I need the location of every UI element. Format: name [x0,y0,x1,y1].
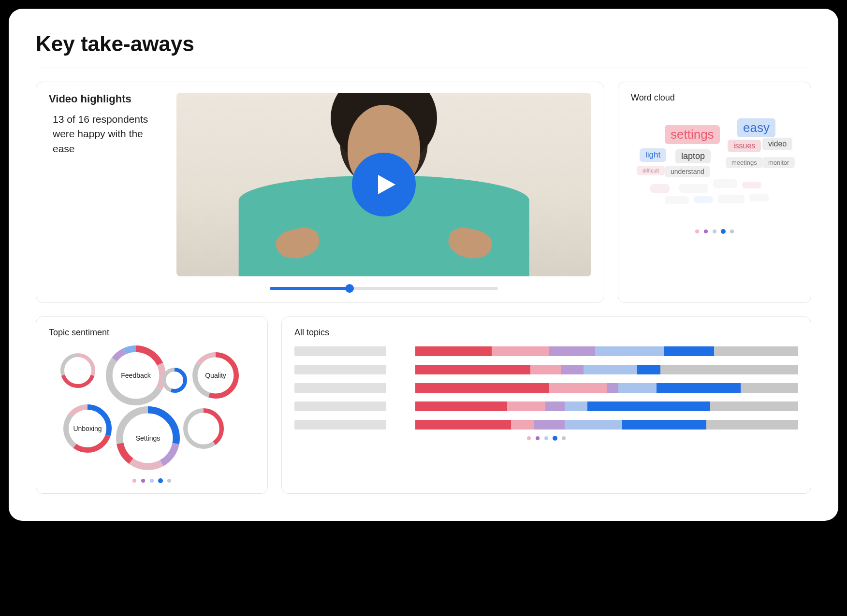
pager-dot[interactable] [553,436,557,441]
word-cloud-placeholder [694,196,713,203]
topic-row [294,365,798,374]
row-1: Video highlights 13 of 16 respondents we… [36,82,811,303]
sentiment-donut-label: Feedback [121,372,150,379]
word-cloud-placeholder [679,184,708,193]
word-cloud-tag[interactable]: understand [665,166,710,177]
topic-row [294,383,798,393]
word-cloud-area: settingseasylightlaptopissuesvideomeetin… [631,112,798,223]
word-cloud-tag[interactable]: laptop [675,149,711,163]
word-cloud-tag[interactable]: light [640,148,666,162]
all-topics-card: All topics [281,316,811,494]
word-cloud-tag[interactable]: easy [737,118,775,137]
topic-sentiment-card: Topic sentiment FeedbackQualityUnboxingS… [36,316,268,494]
pager-dot[interactable] [167,479,171,483]
word-cloud-card: Word cloud settingseasylightlaptopissues… [618,82,811,303]
word-cloud-tag[interactable]: issues [728,140,761,152]
word-cloud-title: Word cloud [631,93,798,103]
video-highlights-card: Video highlights 13 of 16 respondents we… [36,82,604,303]
pager-dot[interactable] [141,479,145,483]
topic-bar[interactable] [415,383,798,393]
play-button[interactable] [352,153,416,216]
video-area [176,93,591,292]
pager-dot[interactable] [150,479,154,483]
word-cloud-placeholder [665,196,689,204]
donut-area: FeedbackQualityUnboxingSettings [49,346,255,472]
word-cloud-tag[interactable]: settings [665,125,720,144]
pager-dot[interactable] [730,229,734,233]
topic-label-placeholder [294,401,386,411]
all-topics-title: All topics [294,328,798,338]
topic-bar[interactable] [415,401,798,411]
sentiment-donut-label: Settings [136,434,161,442]
word-cloud-tag[interactable]: difficult [637,166,665,175]
video-progress[interactable] [270,285,498,292]
topic-row [294,346,798,356]
word-cloud-tag[interactable]: monitor [762,157,795,168]
word-cloud-tag[interactable]: meetings [726,157,763,168]
word-cloud-placeholder [749,194,769,201]
pager-dot[interactable] [158,478,163,483]
video-highlights-summary: 13 of 16 respondents were happy with the… [49,112,165,156]
pager-dot[interactable] [544,436,548,440]
divider [36,68,811,68]
topic-bar[interactable] [415,346,798,356]
topic-row [294,420,798,430]
all-topics-pager[interactable] [294,436,798,440]
sentiment-donut[interactable] [59,352,96,389]
pager-dot[interactable] [132,479,136,483]
video-highlights-title: Video highlights [49,93,165,105]
pager-dot[interactable] [536,436,540,440]
topic-label-placeholder [294,383,386,393]
topic-sentiment-pager[interactable] [49,479,255,483]
video-highlights-meta: Video highlights 13 of 16 respondents we… [49,93,165,292]
video-thumbnail[interactable] [176,93,591,276]
sentiment-donut[interactable] [161,367,188,394]
topic-bar[interactable] [415,365,798,374]
word-cloud-placeholder [742,182,761,188]
word-cloud-placeholder [718,195,745,203]
all-topics-rows [294,346,798,430]
word-cloud-tag[interactable]: video [762,138,792,150]
dashboard-window: Key take-aways Video highlights 13 of 16… [9,9,838,521]
topic-label-placeholder [294,420,386,430]
topic-sentiment-title: Topic sentiment [49,328,255,338]
topic-label-placeholder [294,346,386,356]
page-title: Key take-aways [36,32,811,56]
sentiment-donut[interactable] [182,407,225,450]
sentiment-donut-label: Quality [205,372,226,379]
pager-dot[interactable] [527,436,531,440]
word-cloud-pager[interactable] [631,229,798,233]
pager-dot[interactable] [704,229,708,233]
pager-dot[interactable] [695,229,699,233]
word-cloud-placeholder [713,179,737,188]
pager-dot[interactable] [562,436,566,440]
row-2: Topic sentiment FeedbackQualityUnboxingS… [36,316,811,494]
pager-dot[interactable] [721,229,726,234]
topic-bar[interactable] [415,420,798,430]
sentiment-donut-label: Unboxing [73,425,102,432]
pager-dot[interactable] [713,229,716,233]
play-icon [374,173,397,196]
word-cloud-placeholder [650,184,670,193]
topic-row [294,401,798,411]
topic-label-placeholder [294,365,386,374]
